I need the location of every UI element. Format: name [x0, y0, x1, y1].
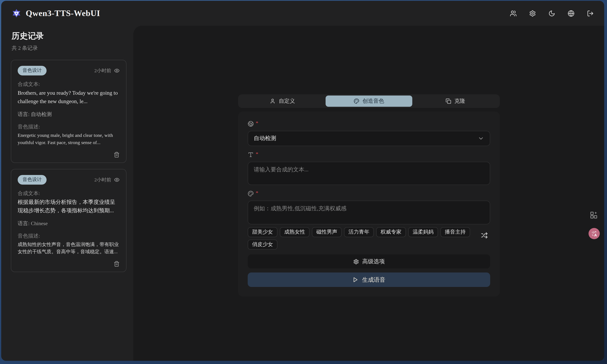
- advanced-options-label: 高级选项: [362, 258, 385, 265]
- history-count: 共 2 条记录: [12, 45, 123, 52]
- mode-tabs: 自定义 创造音色 克隆: [238, 94, 500, 108]
- earth-icon: [248, 121, 254, 127]
- language-select-value: 自动检测: [254, 135, 276, 142]
- main-panel: 自定义 创造音色 克隆 *: [133, 26, 604, 361]
- chevron-down-icon: [478, 135, 484, 142]
- tab-custom[interactable]: 自定义: [239, 95, 326, 107]
- svg-text:A: A: [594, 233, 597, 237]
- tab-label: 自定义: [279, 98, 295, 105]
- palette-icon: [354, 98, 359, 104]
- qwen-logo-icon: [12, 8, 21, 18]
- language-field-label: *: [248, 121, 490, 127]
- view-eye-icon[interactable]: [114, 68, 120, 73]
- history-list: 音色设计 2小时前 合成文本: Brothers, are you ready?…: [1, 52, 133, 272]
- play-icon: [353, 277, 358, 283]
- copy-icon: [446, 98, 451, 104]
- gear-icon: [353, 259, 359, 264]
- delete-trash-icon[interactable]: [114, 261, 120, 267]
- header-actions: [510, 10, 594, 17]
- required-mark: *: [256, 121, 258, 126]
- synthesis-text-label: 合成文本:: [18, 81, 120, 88]
- app-title: Qwen3-TTS-WebUI: [26, 8, 100, 18]
- tab-clone[interactable]: 克隆: [412, 95, 499, 107]
- language-line: 语言: 自动检测: [18, 111, 120, 118]
- language-globe-icon[interactable]: [568, 10, 574, 17]
- create-voice-form: * 自动检测 * *: [238, 112, 500, 297]
- view-eye-icon[interactable]: [114, 177, 120, 182]
- voice-desc-field-label: *: [248, 191, 490, 197]
- dark-mode-moon-icon[interactable]: [548, 10, 555, 17]
- sidebar-title: 历史记录: [12, 30, 123, 41]
- components-sparkle-icon[interactable]: [590, 211, 598, 219]
- type-icon: [248, 152, 254, 158]
- synthesis-text-label: 合成文本:: [18, 190, 120, 197]
- voice-desc: Energetic young male, bright and clear t…: [18, 132, 120, 146]
- history-sidebar: 历史记录 共 2 条记录 音色设计 2小时前 合成文本: Brot: [1, 26, 133, 361]
- generate-speech-button[interactable]: 生成语音: [248, 273, 490, 287]
- synthesis-text: 根据最新的市场分析报告，本季度业绩呈现稳步增长态势，各项指标均达到预期...: [18, 198, 120, 215]
- voice-desc-label: 音色描述:: [18, 123, 120, 130]
- translate-fab-button[interactable]: 中 A: [589, 228, 600, 239]
- preset-voice-tags: 甜美少女 成熟女性 磁性男声 活力青年 权威专家 温柔妈妈 播音主持 俏皮少女: [248, 227, 473, 250]
- synthesis-text: Brothers, are you ready? Today we're goi…: [18, 89, 120, 106]
- screen: Qwen3-TTS-WebUI 历史记录 共 2 条记录: [0, 0, 607, 364]
- preset-tag[interactable]: 俏皮少女: [248, 240, 277, 250]
- text-field-label: *: [248, 152, 490, 158]
- user-icon: [270, 98, 276, 104]
- tab-label: 克隆: [454, 98, 465, 105]
- voice-desc: 成熟知性的女性声音，音色温润饱满，带有职业女性的干练气质。音高中等，音域稳定。语…: [18, 241, 120, 256]
- tab-create-voice[interactable]: 创造音色: [326, 95, 412, 107]
- timestamp: 2小时前: [94, 67, 111, 74]
- preset-tag[interactable]: 成熟女性: [280, 227, 310, 237]
- logout-icon[interactable]: [587, 10, 594, 17]
- voice-desc-label: 音色描述:: [18, 232, 120, 240]
- voice-desc-input[interactable]: [248, 201, 490, 224]
- tab-label: 创造音色: [363, 98, 384, 105]
- shuffle-icon[interactable]: [481, 232, 488, 239]
- history-card[interactable]: 音色设计 2小时前 合成文本: 根据最新的市场分析报告，本季度业绩呈现稳步增长态…: [11, 169, 126, 272]
- generate-speech-label: 生成语音: [362, 276, 385, 284]
- sidebar-header: 历史记录 共 2 条记录: [1, 30, 133, 52]
- header: Qwen3-TTS-WebUI: [1, 1, 604, 26]
- synthesis-text-input[interactable]: [248, 162, 490, 185]
- preset-tag[interactable]: 播音主持: [440, 227, 470, 237]
- timestamp: 2小时前: [94, 176, 111, 183]
- settings-icon[interactable]: [529, 10, 536, 17]
- advanced-options-button[interactable]: 高级选项: [248, 254, 490, 269]
- content-row: 历史记录 共 2 条记录 音色设计 2小时前 合成文本: Brot: [1, 26, 604, 361]
- translate-icon: 中 A: [591, 230, 598, 237]
- type-badge: 音色设计: [18, 66, 47, 76]
- preset-tag[interactable]: 甜美少女: [248, 227, 277, 237]
- language-line: 语言: Chinese: [18, 220, 120, 227]
- history-card[interactable]: 音色设计 2小时前 合成文本: Brothers, are you ready?…: [11, 60, 126, 163]
- palette-icon: [248, 191, 254, 197]
- preset-tag[interactable]: 活力青年: [344, 227, 374, 237]
- preset-tag[interactable]: 温柔妈妈: [408, 227, 438, 237]
- users-icon[interactable]: [510, 10, 517, 17]
- language-select[interactable]: 自动检测: [248, 131, 490, 146]
- type-badge: 音色设计: [18, 175, 47, 185]
- delete-trash-icon[interactable]: [114, 152, 120, 158]
- preset-tag[interactable]: 权威专家: [376, 227, 406, 237]
- required-mark: *: [256, 152, 258, 156]
- required-mark: *: [256, 191, 258, 195]
- app-window: Qwen3-TTS-WebUI 历史记录 共 2 条记录: [1, 1, 604, 361]
- preset-tag[interactable]: 磁性男声: [312, 227, 342, 237]
